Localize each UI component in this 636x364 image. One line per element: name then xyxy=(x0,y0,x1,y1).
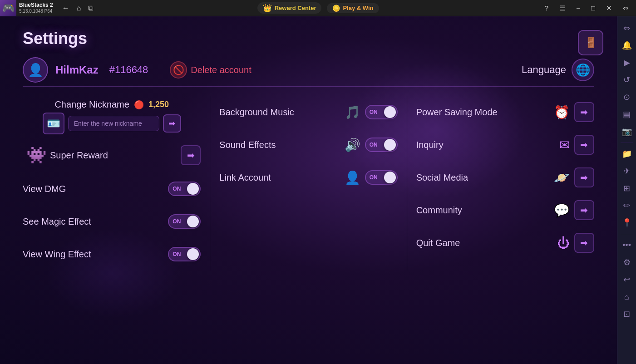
link-account-toggle-label: ON xyxy=(370,174,378,181)
power-saving-row: Power Saving Mode ⏰ ➡ xyxy=(416,96,594,128)
quit-game-icon: ⏻ xyxy=(557,236,570,251)
sidebar-grid-icon[interactable]: ⊞ xyxy=(619,180,635,197)
logout-button[interactable]: 🚪 xyxy=(578,30,603,55)
user-row: 👤 HilmKaz #116648 🚫 Delete account Langu… xyxy=(23,57,594,83)
expand-btn[interactable]: ⇔ xyxy=(619,2,632,14)
social-media-row: Social Media 🪐 ➡ xyxy=(416,161,594,194)
col-divider-2 xyxy=(407,96,407,271)
see-magic-effect-toggle-knob xyxy=(187,216,199,227)
menu-btn[interactable]: ☰ xyxy=(556,2,569,14)
see-magic-effect-toggle[interactable]: ON xyxy=(168,214,201,229)
reward-center-label: Reward Center xyxy=(275,5,316,11)
bg-music-toggle-knob xyxy=(384,106,396,118)
delete-account-button[interactable]: 🚫 Delete account xyxy=(170,61,251,79)
inquiry-button[interactable]: ➡ xyxy=(574,135,594,155)
sidebar-divider-2 xyxy=(621,234,633,234)
app-info: BlueStacks 2 5.13.0.1048 P64 xyxy=(19,2,53,14)
sidebar-back-icon[interactable]: ↩ xyxy=(619,271,635,288)
social-media-button[interactable]: ➡ xyxy=(574,167,594,187)
minimize-btn[interactable]: − xyxy=(572,2,584,14)
coin-amount: 1,250 xyxy=(148,100,169,109)
social-media-label: Social Media xyxy=(416,172,549,183)
quit-game-row: Quit Game ⏻ ➡ xyxy=(416,226,594,259)
view-dmg-toggle[interactable]: ON xyxy=(168,182,201,196)
settings-panel: Settings 🚪 👤 HilmKaz #116648 🚫 Delete ac… xyxy=(0,16,617,364)
settings-title: Settings xyxy=(23,29,594,48)
view-dmg-toggle-label: ON xyxy=(173,186,181,192)
account-icon: 👤 xyxy=(345,170,360,185)
multi-btn[interactable]: ⧉ xyxy=(86,2,95,14)
sidebar-home-icon[interactable]: ⌂ xyxy=(619,289,635,305)
logout-icon: 🚪 xyxy=(585,37,597,49)
nickname-card-icon: 🪪 xyxy=(43,113,64,134)
sidebar-expand-icon[interactable]: ⇔ xyxy=(619,20,635,36)
sidebar-folder-icon[interactable]: 📁 xyxy=(619,146,635,162)
sidebar-refresh-icon[interactable]: ↺ xyxy=(619,72,635,88)
community-icon: 💬 xyxy=(554,203,570,218)
titlebar-nav: ← ⌂ ⧉ xyxy=(60,2,95,14)
sidebar-settings-icon[interactable]: ⚙ xyxy=(619,254,635,271)
reward-crown-icon: 👑 xyxy=(263,4,272,12)
sidebar-notifications-icon[interactable]: 🔔 xyxy=(619,37,635,54)
sidebar-record-icon[interactable]: ▶ xyxy=(619,54,635,71)
back-btn[interactable]: ← xyxy=(60,2,71,14)
super-reward-button[interactable]: ➡ xyxy=(181,145,201,165)
link-account-label: Link Account xyxy=(219,172,340,183)
col-divider-1 xyxy=(210,96,210,271)
sidebar-divider-1 xyxy=(621,143,633,143)
community-button[interactable]: ➡ xyxy=(574,200,594,220)
home-btn[interactable]: ⌂ xyxy=(75,2,83,14)
sidebar-apps-icon[interactable]: ⊡ xyxy=(619,306,635,322)
sound-effects-row: Sound Effects 🔊 ON xyxy=(219,128,397,161)
sidebar-camera-icon[interactable]: 📷 xyxy=(619,123,635,140)
delete-account-label: Delete account xyxy=(191,65,251,75)
power-saving-label: Power Saving Mode xyxy=(416,107,549,118)
sidebar-performance-icon[interactable]: ⊙ xyxy=(619,89,635,105)
sidebar-more-icon[interactable]: ••• xyxy=(619,237,635,253)
maximize-btn[interactable]: □ xyxy=(587,2,599,14)
play-win-btn[interactable]: 🪙 Play & Win xyxy=(327,3,379,13)
background-music-toggle[interactable]: ON xyxy=(365,105,398,119)
quit-game-label: Quit Game xyxy=(416,238,552,248)
help-btn[interactable]: ? xyxy=(541,2,552,14)
view-wing-effect-row: View Wing Effect ON xyxy=(23,238,201,271)
nickname-input-row: 🪪 ➡ xyxy=(43,113,181,134)
sidebar-list-icon[interactable]: ▤ xyxy=(619,106,635,123)
view-dmg-row: View DMG ON xyxy=(23,172,201,205)
language-area: Language 🌐 xyxy=(522,59,594,81)
language-button[interactable]: 🌐 xyxy=(572,59,594,81)
power-saving-button[interactable]: ➡ xyxy=(574,102,594,122)
nickname-submit-button[interactable]: ➡ xyxy=(163,114,181,133)
quit-game-button[interactable]: ➡ xyxy=(574,233,594,253)
reward-center-btn[interactable]: 👑 Reward Center xyxy=(257,2,322,14)
link-account-toggle[interactable]: ON xyxy=(365,170,398,185)
see-magic-effect-toggle-label: ON xyxy=(173,218,181,225)
sound-effects-toggle[interactable]: ON xyxy=(365,138,398,152)
nickname-input[interactable] xyxy=(68,116,159,131)
link-account-row: Link Account 👤 ON xyxy=(219,161,397,194)
background-music-row: Background Music 🎵 ON xyxy=(219,96,397,128)
see-magic-effect-label: See Magic Effect xyxy=(23,216,168,227)
user-id: #116648 xyxy=(109,64,148,76)
view-wing-effect-toggle[interactable]: ON xyxy=(168,247,201,261)
user-avatar: 👤 xyxy=(23,57,48,83)
game-area: Settings 🚪 👤 HilmKaz #116648 🚫 Delete ac… xyxy=(0,16,617,364)
social-media-icon: 🪐 xyxy=(554,170,570,185)
avatar-icon: 👤 xyxy=(28,63,44,78)
see-magic-effect-row: See Magic Effect ON xyxy=(23,205,201,238)
sidebar-location-icon[interactable]: 📍 xyxy=(619,215,635,231)
sidebar-edit-icon[interactable]: ✏ xyxy=(619,197,635,214)
power-saving-icon: ⏰ xyxy=(554,105,570,120)
titlebar-center: 👑 Reward Center 🪙 Play & Win xyxy=(95,2,541,14)
sound-effects-toggle-knob xyxy=(384,139,396,151)
close-btn[interactable]: ✕ xyxy=(602,2,616,14)
sidebar-airplane-icon[interactable]: ✈ xyxy=(619,163,635,179)
music-icon: 🎵 xyxy=(345,105,360,120)
settings-content: Change Nickname 🔴 1,250 🪪 ➡ 👾 Super Rewa… xyxy=(23,96,594,271)
super-reward-icon: 👾 xyxy=(23,142,50,169)
header-divider xyxy=(23,86,594,87)
view-wing-effect-toggle-label: ON xyxy=(173,251,181,257)
play-win-label: Play & Win xyxy=(343,5,373,11)
community-row: Community 💬 ➡ xyxy=(416,194,594,226)
settings-col-2: Background Music 🎵 ON Sound Effects 🔊 ON xyxy=(219,96,397,271)
